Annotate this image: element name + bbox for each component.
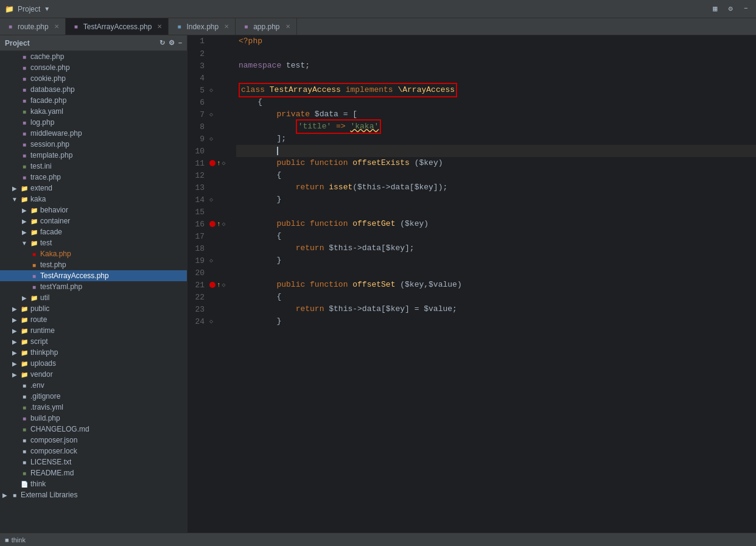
fold-icon-11[interactable]: ◇ [222,159,226,167]
tree-item[interactable]: ■ template.php [0,150,187,161]
tree-item[interactable]: ■ facade.php [0,95,187,106]
breakpoint-16[interactable] [209,221,215,227]
fold-icon-19[interactable]: ◇ [209,257,213,264]
dot-file-icon: ■ [19,391,29,401]
tree-item[interactable]: ■ database.php [0,84,187,95]
tree-item[interactable]: ■ log.php [0,117,187,128]
sidebar-title: Project [5,39,30,47]
fold-icon-9[interactable]: ◇ [209,135,213,142]
folder-arrow-icon: ▶ [10,317,19,323]
tree-item-kaka[interactable]: ▼ 📁 kaka [0,194,187,205]
tree-item-util[interactable]: ▶ 📁 util [0,292,187,303]
tree-item-test-php[interactable]: ■ test.php [0,259,187,270]
fold-icon-16[interactable]: ◇ [222,220,226,228]
tree-item-license[interactable]: ■ LICENSE.txt [0,457,187,467]
close-sidebar-icon[interactable]: – [178,39,182,47]
tree-item-external[interactable]: ▶ ■ External Libraries [0,489,187,500]
line-num-22: 22 [187,293,209,302]
up-arrow-16: ↑ [217,220,221,228]
tab-testarrayaccess[interactable]: ■ TestArrayAccess.php ✕ [66,18,169,35]
php-file-icon: ■ [29,260,39,270]
tree-item[interactable]: ■ cookie.php [0,73,187,84]
tree-item[interactable]: ■ cache.php [0,51,187,62]
php-file-icon: ■ [19,150,29,160]
fold-icon-5[interactable]: ◇ [209,86,213,94]
fold-icon-7[interactable]: ◇ [209,111,213,118]
tree-item-extend[interactable]: ▶ 📁 extend [0,183,187,194]
folder-icon: 📁 [19,194,29,204]
folder-arrow-icon: ▶ [10,185,19,192]
tree-item-gitignore[interactable]: ■ .gitignore [0,391,187,402]
tree-item[interactable]: ■ console.php [0,62,187,73]
tab-close-icon[interactable]: ✕ [285,23,290,30]
tab-close-icon[interactable]: ✕ [224,23,229,30]
tab-route[interactable]: ■ route.php ✕ [0,18,66,35]
line-num-20: 20 [187,268,209,278]
tree-item-script[interactable]: ▶ 📁 script [0,336,187,347]
layout-icon[interactable]: ▦ [710,3,720,15]
line-num-6: 6 [187,98,209,107]
folder-arrow-icon: ▶ [10,360,19,367]
tree-item-build[interactable]: ■ build.php [0,413,187,424]
file-label: test.ini [30,162,187,170]
tree-item-composerlock[interactable]: ■ composer.lock [0,446,187,457]
tree-item-changelog[interactable]: ■ CHANGELOG.md [0,424,187,435]
tree-item-route[interactable]: ▶ 📁 route [0,314,187,325]
tree-item-testarrayaccess[interactable]: ■ TestArrayAccess.php [0,270,187,281]
line-num-11: 11 [187,159,209,168]
folder-label: thinkphp [30,348,187,357]
file-label: think [30,480,187,488]
line-num-23: 23 [187,305,209,314]
settings-icon[interactable]: ⚙ [726,3,736,15]
tree-item[interactable]: ■ test.ini [0,161,187,172]
sync-icon[interactable]: ↻ [159,39,165,47]
fold-icon-24[interactable]: ◇ [209,318,213,325]
up-arrow-21: ↑ [217,281,221,289]
tree-item[interactable]: ■ middleware.php [0,128,187,139]
tree-item[interactable]: ■ session.php [0,139,187,150]
tree-item-container[interactable]: ▶ 📁 container [0,215,187,226]
file-label: cookie.php [30,74,187,83]
tree-item[interactable]: ■ kaka.yaml [0,106,187,117]
fold-icon-14[interactable]: ◇ [209,196,213,203]
tree-item-composerjson[interactable]: ■ composer.json [0,435,187,446]
folder-arrow-icon: ▶ [10,306,19,312]
dropdown-arrow-icon[interactable]: ▼ [44,5,50,12]
code-line-5: class TestArrayAccess implements \ArrayA… [236,84,756,96]
tree-item-kaka-php[interactable]: ■ Kaka.php [0,248,187,259]
folder-icon: 📁 [19,348,29,357]
tree-item-env[interactable]: ■ .env [0,380,187,391]
tree-item-thinkphp[interactable]: ▶ 📁 thinkphp [0,347,187,358]
breakpoint-21[interactable] [209,282,215,288]
settings-small-icon[interactable]: ⚙ [169,39,175,47]
tree-item-testyaml[interactable]: ■ testYaml.php [0,281,187,292]
minimize-icon[interactable]: – [741,3,751,15]
folder-arrow-icon: ▶ [19,295,29,301]
tab-app[interactable]: ■ app.php ✕ [236,18,296,35]
tab-close-icon[interactable]: ✕ [54,23,59,30]
tree-item-public[interactable]: ▶ 📁 public [0,303,187,314]
tree-item-uploads[interactable]: ▶ 📁 uploads [0,358,187,369]
tree-item-readme[interactable]: ■ README.md [0,467,187,478]
tree-item-travis[interactable]: ■ .travis.yml [0,402,187,413]
breakpoint-11[interactable] [209,160,215,166]
tree-item-runtime[interactable]: ▶ 📁 runtime [0,325,187,336]
folder-arrow-icon: ▶ [0,492,10,499]
sidebar: Project ↻ ⚙ – ■ cache.php ■ console.php … [0,35,187,533]
line-numbers-gutter: 1 2 3 4 [187,35,236,533]
sidebar-header: Project ↻ ⚙ – [0,35,187,51]
tree-item[interactable]: ■ trace.php [0,172,187,183]
php-file-icon: ■ [19,128,29,138]
code-line-6: { [236,96,756,108]
tab-php-icon: ■ [72,23,80,31]
tree-item-think[interactable]: 📄 think [0,478,187,489]
tree-item-vendor[interactable]: ▶ 📁 vendor [0,369,187,380]
fold-icon-21[interactable]: ◇ [222,281,226,289]
tree-item-behavior[interactable]: ▶ 📁 behavior [0,205,187,215]
code-content[interactable]: <?php namespace test; class TestArrayAcc… [236,35,756,533]
tab-index[interactable]: ■ Index.php ✕ [169,18,236,35]
tree-item-facade[interactable]: ▶ 📁 facade [0,226,187,237]
tree-item-test[interactable]: ▼ 📁 test [0,237,187,248]
lock-file-icon: ■ [19,446,29,456]
tab-close-icon[interactable]: ✕ [157,23,162,30]
